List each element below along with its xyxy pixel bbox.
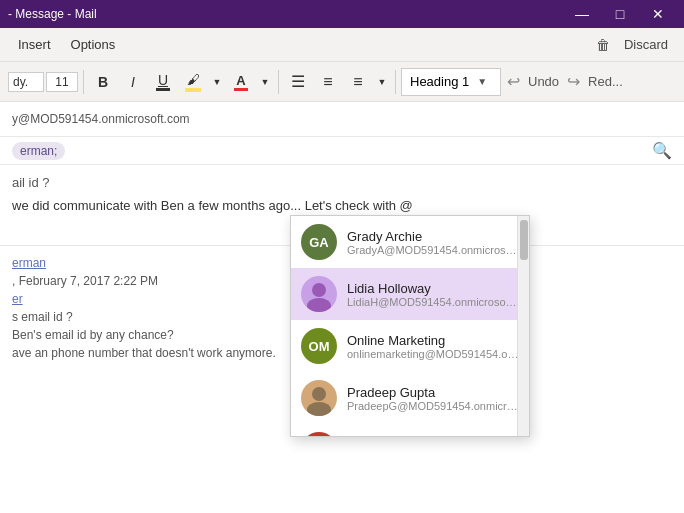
contact-avatar-diego: DS [301, 432, 337, 436]
bold-button[interactable]: B [89, 68, 117, 96]
highlight-pen-icon: 🖌 [187, 72, 200, 87]
contact-name-grady: Grady Archie [347, 229, 519, 244]
quoted-sent-date: , February 7, 2017 2:22 PM [12, 274, 158, 288]
align-button[interactable]: ≡ [344, 68, 372, 96]
contact-name-om: Online Marketing [347, 333, 519, 348]
bullet-list-button[interactable]: ☰ [284, 68, 312, 96]
contact-item-diego-siciliani[interactable]: DS Diego Siciliani DiegoS@MOD591454.onmi… [291, 424, 529, 436]
menu-bar-right: 🗑 Discard [596, 33, 676, 56]
font-color-icon: A [234, 73, 248, 91]
svg-point-3 [307, 402, 331, 416]
menu-options[interactable]: Options [61, 33, 126, 56]
highlight-dropdown[interactable]: ▼ [209, 68, 225, 96]
menu-insert[interactable]: Insert [8, 33, 61, 56]
contact-item-pradeep-gupta[interactable]: Pradeep Gupta PradeepG@MOD591454.onmicro… [291, 372, 529, 424]
font-color-button[interactable]: A [227, 68, 255, 96]
contact-list: GA Grady Archie GradyA@MOD591454.onmicro… [291, 216, 529, 436]
align-dropdown[interactable]: ▼ [374, 68, 390, 96]
email-subject: ail id ? [12, 175, 672, 190]
underline-icon-wrap: U [156, 72, 170, 91]
lidia-photo [301, 276, 337, 312]
menu-bar: Insert Options 🗑 Discard [0, 28, 684, 62]
quoted-recipient-link[interactable]: er [12, 292, 23, 306]
minimize-button[interactable]: — [564, 0, 600, 28]
font-color-letter: A [236, 73, 245, 88]
font-size-input[interactable]: 11 [46, 72, 78, 92]
font-name-input[interactable]: dy. [8, 72, 44, 92]
toolbar-separator-2 [278, 70, 279, 94]
italic-button[interactable]: I [119, 68, 147, 96]
trash-icon: 🗑 [596, 37, 610, 53]
contact-info-lidia: Lidia Holloway LidiaH@MOD591454.onmicros… [347, 281, 519, 308]
title-bar: - Message - Mail — □ ✕ [0, 0, 684, 28]
email-content[interactable]: we did communicate with Ben a few months… [12, 196, 672, 216]
toolbar: dy. 11 B I U 🖌 ▼ A ▼ ☰ ≡ ≡ ▼ [0, 62, 684, 102]
undo-arrow-icon: ↩ [507, 72, 520, 91]
font-color-bar [234, 88, 248, 91]
svg-point-0 [312, 283, 326, 297]
scrollbar-track[interactable] [517, 216, 529, 436]
email-from: y@MOD591454.onmicrosoft.com [12, 108, 672, 130]
heading-label: Heading 1 [410, 74, 469, 89]
person-search-icon[interactable]: 🔍 [652, 141, 672, 160]
from-address: y@MOD591454.onmicrosoft.com [12, 112, 190, 126]
contact-name-lidia: Lidia Holloway [347, 281, 519, 296]
highlight-bar [185, 88, 201, 92]
to-chip[interactable]: erman; [12, 142, 65, 160]
email-to-row: erman; 🔍 [0, 137, 684, 165]
redo-arrow-icon: ↪ [567, 72, 580, 91]
toolbar-separator-3 [395, 70, 396, 94]
numbered-list-button[interactable]: ≡ [314, 68, 342, 96]
contact-item-lidia-holloway[interactable]: Lidia Holloway LidiaH@MOD591454.onmicros… [291, 268, 529, 320]
contact-info-om: Online Marketing onlinemarketing@MOD5914… [347, 333, 519, 360]
heading-selector[interactable]: Heading 1 ▼ [401, 68, 501, 96]
contact-info-pradeep: Pradeep Gupta PradeepG@MOD591454.onmicro… [347, 385, 519, 412]
contact-email-grady: GradyA@MOD591454.onmicrosoft.com [347, 244, 519, 256]
heading-dropdown-arrow: ▼ [477, 76, 487, 87]
underline-button[interactable]: U [149, 68, 177, 96]
maximize-button[interactable]: □ [602, 0, 638, 28]
discard-button[interactable]: Discard [616, 33, 676, 56]
title-bar-right: — □ ✕ [564, 0, 676, 28]
email-header: y@MOD591454.onmicrosoft.com [0, 102, 684, 137]
contact-email-lidia: LidiaH@MOD591454.onmicrosoft.com [347, 296, 519, 308]
contact-email-pradeep: PradeepG@MOD591454.onmicrosoft.com [347, 400, 519, 412]
pradeep-photo [301, 380, 337, 416]
title-bar-left: - Message - Mail [8, 7, 97, 21]
highlight-icon: 🖌 [185, 72, 201, 92]
underline-letter: U [158, 72, 168, 88]
contact-name-pradeep: Pradeep Gupta [347, 385, 519, 400]
undo-button[interactable]: Undo [524, 72, 563, 91]
contact-avatar-lidia [301, 276, 337, 312]
toolbar-separator-1 [83, 70, 84, 94]
app-title: - Message - Mail [8, 7, 97, 21]
redo-button[interactable]: Red... [584, 72, 627, 91]
scrollbar-thumb[interactable] [520, 220, 528, 260]
contact-item-grady-archie[interactable]: GA Grady Archie GradyA@MOD591454.onmicro… [291, 216, 529, 268]
underline-bar [156, 88, 170, 91]
undo-redo-group: ↩ Undo ↪ Red... [507, 72, 627, 91]
svg-point-2 [312, 387, 326, 401]
contact-avatar-pradeep [301, 380, 337, 416]
contact-avatar-grady: GA [301, 224, 337, 260]
close-button[interactable]: ✕ [640, 0, 676, 28]
window-controls: — □ ✕ [564, 0, 676, 28]
contact-info-grady: Grady Archie GradyA@MOD591454.onmicrosof… [347, 229, 519, 256]
quoted-sender-link[interactable]: erman [12, 256, 46, 270]
highlight-button[interactable]: 🖌 [179, 68, 207, 96]
svg-point-1 [307, 298, 331, 312]
contact-avatar-om: OM [301, 328, 337, 364]
contact-dropdown: GA Grady Archie GradyA@MOD591454.onmicro… [290, 215, 530, 437]
font-color-dropdown[interactable]: ▼ [257, 68, 273, 96]
contact-email-om: onlinemarketing@MOD591454.onmicro... [347, 348, 519, 360]
contact-item-online-marketing[interactable]: OM Online Marketing onlinemarketing@MOD5… [291, 320, 529, 372]
